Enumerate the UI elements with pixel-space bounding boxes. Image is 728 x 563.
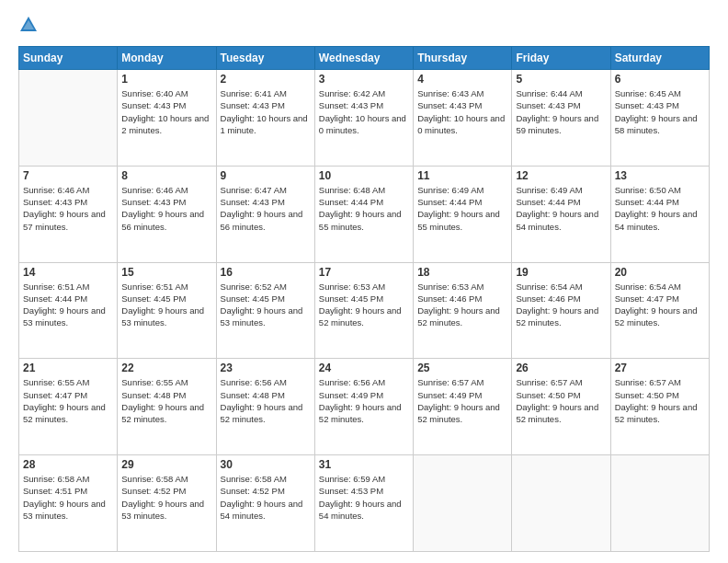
weekday-header-saturday: Saturday [610, 47, 709, 70]
day-info: Sunrise: 6:51 AMSunset: 4:44 PMDaylight:… [23, 281, 113, 329]
calendar-cell: 24Sunrise: 6:56 AMSunset: 4:49 PMDayligh… [314, 359, 413, 455]
day-number: 1 [121, 73, 211, 86]
day-info: Sunrise: 6:56 AMSunset: 4:49 PMDaylight:… [319, 376, 409, 425]
calendar-cell: 16Sunrise: 6:52 AMSunset: 4:45 PMDayligh… [216, 262, 314, 359]
calendar-cell: 14Sunrise: 6:51 AMSunset: 4:44 PMDayligh… [19, 262, 118, 359]
day-info: Sunrise: 6:57 AMSunset: 4:49 PMDaylight:… [417, 376, 507, 425]
calendar-cell: 12Sunrise: 6:49 AMSunset: 4:44 PMDayligh… [512, 166, 610, 262]
logo [18, 15, 42, 39]
weekday-header-tuesday: Tuesday [216, 47, 314, 70]
calendar-cell: 8Sunrise: 6:46 AMSunset: 4:43 PMDaylight… [118, 166, 216, 262]
day-number: 27 [615, 362, 705, 374]
day-info: Sunrise: 6:42 AMSunset: 4:43 PMDaylight:… [319, 87, 409, 136]
day-info: Sunrise: 6:47 AMSunset: 4:43 PMDaylight:… [221, 184, 311, 233]
calendar-cell: 10Sunrise: 6:48 AMSunset: 4:44 PMDayligh… [314, 166, 413, 262]
day-info: Sunrise: 6:46 AMSunset: 4:43 PMDaylight:… [121, 184, 211, 233]
day-info: Sunrise: 6:52 AMSunset: 4:45 PMDaylight:… [221, 281, 311, 329]
calendar-cell: 6Sunrise: 6:45 AMSunset: 4:43 PMDaylight… [610, 70, 709, 167]
day-info: Sunrise: 6:44 AMSunset: 4:43 PMDaylight:… [516, 87, 606, 136]
calendar-cell: 22Sunrise: 6:55 AMSunset: 4:48 PMDayligh… [118, 359, 216, 455]
calendar-cell: 3Sunrise: 6:42 AMSunset: 4:43 PMDaylight… [314, 70, 413, 167]
calendar-cell: 28Sunrise: 6:58 AMSunset: 4:51 PMDayligh… [19, 455, 118, 552]
day-info: Sunrise: 6:49 AMSunset: 4:44 PMDaylight:… [516, 184, 606, 233]
day-number: 20 [615, 266, 705, 279]
calendar-cell: 26Sunrise: 6:57 AMSunset: 4:50 PMDayligh… [512, 359, 610, 455]
day-info: Sunrise: 6:49 AMSunset: 4:44 PMDaylight:… [417, 184, 507, 233]
calendar-cell [19, 70, 118, 167]
day-info: Sunrise: 6:58 AMSunset: 4:52 PMDaylight:… [121, 473, 211, 522]
calendar-cell: 27Sunrise: 6:57 AMSunset: 4:50 PMDayligh… [610, 359, 709, 455]
calendar-week-row: 1Sunrise: 6:40 AMSunset: 4:43 PMDaylight… [19, 70, 710, 167]
day-number: 14 [23, 266, 113, 279]
day-number: 13 [615, 169, 705, 182]
day-info: Sunrise: 6:54 AMSunset: 4:46 PMDaylight:… [516, 281, 606, 329]
day-number: 21 [23, 362, 113, 374]
calendar-week-row: 14Sunrise: 6:51 AMSunset: 4:44 PMDayligh… [19, 262, 710, 359]
day-number: 30 [221, 458, 311, 471]
weekday-header-monday: Monday [118, 47, 216, 70]
day-number: 16 [221, 266, 311, 279]
calendar-cell: 31Sunrise: 6:59 AMSunset: 4:53 PMDayligh… [314, 455, 413, 552]
weekday-header-wednesday: Wednesday [314, 47, 413, 70]
calendar-cell: 15Sunrise: 6:51 AMSunset: 4:45 PMDayligh… [118, 262, 216, 359]
calendar-cell [610, 455, 709, 552]
day-number: 15 [121, 266, 211, 279]
calendar-cell: 30Sunrise: 6:58 AMSunset: 4:52 PMDayligh… [216, 455, 314, 552]
page: SundayMondayTuesdayWednesdayThursdayFrid… [0, 0, 728, 563]
day-number: 2 [221, 73, 311, 86]
calendar-cell: 29Sunrise: 6:58 AMSunset: 4:52 PMDayligh… [118, 455, 216, 552]
calendar-cell: 18Sunrise: 6:53 AMSunset: 4:46 PMDayligh… [414, 262, 512, 359]
day-info: Sunrise: 6:57 AMSunset: 4:50 PMDaylight:… [615, 376, 705, 425]
calendar-cell [512, 455, 610, 552]
day-info: Sunrise: 6:40 AMSunset: 4:43 PMDaylight:… [121, 87, 211, 136]
calendar-cell: 7Sunrise: 6:46 AMSunset: 4:43 PMDaylight… [19, 166, 118, 262]
day-number: 17 [319, 266, 409, 279]
calendar-cell: 17Sunrise: 6:53 AMSunset: 4:45 PMDayligh… [314, 262, 413, 359]
day-number: 25 [417, 362, 507, 374]
header [18, 15, 710, 39]
day-number: 8 [121, 169, 211, 182]
day-number: 29 [121, 458, 211, 471]
day-info: Sunrise: 6:57 AMSunset: 4:50 PMDaylight:… [516, 376, 606, 425]
day-info: Sunrise: 6:55 AMSunset: 4:47 PMDaylight:… [23, 376, 113, 425]
day-info: Sunrise: 6:41 AMSunset: 4:43 PMDaylight:… [221, 87, 311, 136]
calendar-cell: 23Sunrise: 6:56 AMSunset: 4:48 PMDayligh… [216, 359, 314, 455]
day-info: Sunrise: 6:58 AMSunset: 4:51 PMDaylight:… [23, 473, 113, 522]
day-number: 7 [23, 169, 113, 182]
day-info: Sunrise: 6:53 AMSunset: 4:46 PMDaylight:… [417, 281, 507, 329]
day-info: Sunrise: 6:45 AMSunset: 4:43 PMDaylight:… [615, 87, 705, 136]
day-info: Sunrise: 6:54 AMSunset: 4:47 PMDaylight:… [615, 281, 705, 329]
day-number: 12 [516, 169, 606, 182]
day-info: Sunrise: 6:51 AMSunset: 4:45 PMDaylight:… [121, 281, 211, 329]
calendar-cell: 20Sunrise: 6:54 AMSunset: 4:47 PMDayligh… [610, 262, 709, 359]
day-number: 19 [516, 266, 606, 279]
calendar-cell: 2Sunrise: 6:41 AMSunset: 4:43 PMDaylight… [216, 70, 314, 167]
day-number: 24 [319, 362, 409, 374]
day-info: Sunrise: 6:55 AMSunset: 4:48 PMDaylight:… [121, 376, 211, 425]
calendar-cell: 21Sunrise: 6:55 AMSunset: 4:47 PMDayligh… [19, 359, 118, 455]
calendar-table: SundayMondayTuesdayWednesdayThursdayFrid… [18, 46, 710, 552]
day-number: 26 [516, 362, 606, 374]
day-info: Sunrise: 6:53 AMSunset: 4:45 PMDaylight:… [319, 281, 409, 329]
weekday-header-row: SundayMondayTuesdayWednesdayThursdayFrid… [19, 47, 710, 70]
calendar-cell [414, 455, 512, 552]
day-info: Sunrise: 6:48 AMSunset: 4:44 PMDaylight:… [319, 184, 409, 233]
day-info: Sunrise: 6:58 AMSunset: 4:52 PMDaylight:… [221, 473, 311, 522]
calendar-cell: 19Sunrise: 6:54 AMSunset: 4:46 PMDayligh… [512, 262, 610, 359]
weekday-header-friday: Friday [512, 47, 610, 70]
day-number: 5 [516, 73, 606, 86]
calendar-week-row: 7Sunrise: 6:46 AMSunset: 4:43 PMDaylight… [19, 166, 710, 262]
day-info: Sunrise: 6:43 AMSunset: 4:43 PMDaylight:… [417, 87, 507, 136]
day-number: 18 [417, 266, 507, 279]
day-number: 10 [319, 169, 409, 182]
day-number: 28 [23, 458, 113, 471]
calendar-cell: 4Sunrise: 6:43 AMSunset: 4:43 PMDaylight… [414, 70, 512, 167]
day-number: 31 [319, 458, 409, 471]
logo-icon [18, 15, 39, 39]
calendar-cell: 5Sunrise: 6:44 AMSunset: 4:43 PMDaylight… [512, 70, 610, 167]
calendar-week-row: 21Sunrise: 6:55 AMSunset: 4:47 PMDayligh… [19, 359, 710, 455]
day-number: 9 [221, 169, 311, 182]
day-info: Sunrise: 6:59 AMSunset: 4:53 PMDaylight:… [319, 473, 409, 522]
weekday-header-sunday: Sunday [19, 47, 118, 70]
calendar-cell: 25Sunrise: 6:57 AMSunset: 4:49 PMDayligh… [414, 359, 512, 455]
